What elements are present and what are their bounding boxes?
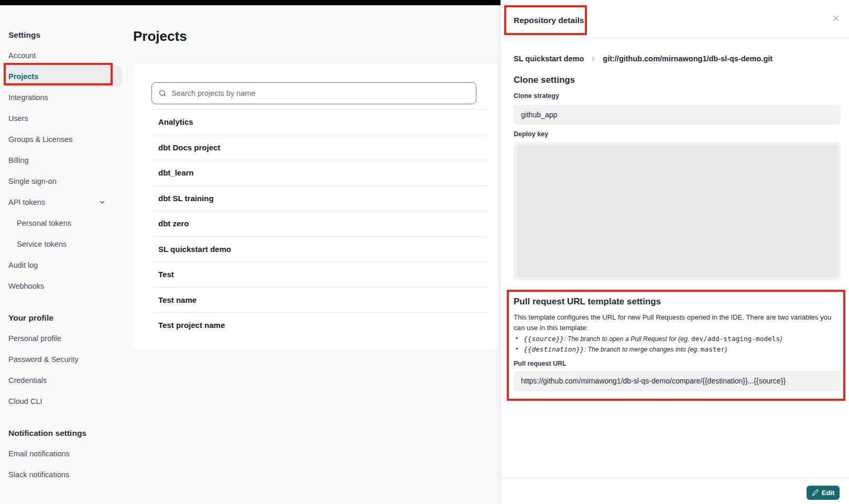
variable-example: master bbox=[701, 345, 725, 353]
pr-template-description: This template configures the URL for new… bbox=[514, 312, 833, 333]
pr-template-variable-bullet: {{source}}: The branch to open a Pull Re… bbox=[515, 334, 829, 344]
sidebar-item[interactable]: Billing bbox=[0, 150, 118, 171]
close-icon bbox=[831, 14, 841, 25]
search-icon bbox=[158, 89, 167, 97]
page-title: Projects bbox=[133, 27, 187, 45]
breadcrumb-repo-url: git://github.com/mirnawong1/db-sl-qs-dem… bbox=[603, 54, 772, 63]
sidebar-item[interactable]: Personal tokens bbox=[0, 213, 118, 234]
sidebar-item[interactable]: Cloud CLI bbox=[0, 391, 118, 412]
variable-suffix: ) bbox=[725, 346, 727, 353]
sidebar-item[interactable]: Webhooks bbox=[0, 276, 118, 297]
sidebar-item-label: Email notifications bbox=[8, 450, 70, 458]
sidebar-item-label: Single sign-on bbox=[8, 177, 57, 185]
deploy-key-box bbox=[514, 142, 841, 280]
variable-example: dev/add-staging-models bbox=[691, 335, 780, 343]
variable-description: : The branch to merge changes into (eg. bbox=[584, 346, 701, 353]
sidebar-item-label: Webhooks bbox=[8, 282, 44, 290]
project-list-item[interactable]: dbt SL training bbox=[151, 185, 488, 211]
sidebar-item[interactable]: Slack notifications bbox=[0, 464, 118, 485]
variable-description: : The branch to open a Pull Request for … bbox=[564, 335, 691, 343]
variable-code: {{source}} bbox=[524, 335, 564, 343]
close-panel-button[interactable] bbox=[830, 13, 842, 25]
variable-code: {{destination}} bbox=[524, 345, 584, 353]
project-list-item[interactable]: Test name bbox=[151, 287, 488, 313]
project-list-item[interactable]: SL quickstart demo bbox=[151, 236, 488, 262]
clone-settings-heading: Clone settings bbox=[514, 75, 575, 85]
edit-button-label: Edit bbox=[822, 489, 835, 497]
sidebar-item-label: Credentials bbox=[8, 376, 47, 385]
sidebar-item-label: Personal tokens bbox=[17, 219, 71, 227]
settings-sidebar: Settings Account Projects Integrations U… bbox=[0, 5, 130, 504]
deploy-key-redacted-value bbox=[517, 145, 837, 277]
sidebar-section-header: Settings bbox=[0, 25, 130, 45]
panel-footer: Edit bbox=[501, 478, 849, 504]
sidebar-item[interactable]: Email notifications bbox=[0, 443, 118, 464]
breadcrumb-chevron-icon bbox=[590, 56, 596, 62]
pull-request-url-value: https://github.com/mirnawong1/db-sl-qs-d… bbox=[514, 371, 841, 391]
sidebar-item-label: API tokens bbox=[8, 198, 45, 206]
sidebar-item[interactable]: Personal profile bbox=[0, 328, 118, 349]
sidebar-item-label: Users bbox=[8, 114, 28, 123]
deploy-key-label: Deploy key bbox=[514, 130, 548, 138]
project-search-box[interactable] bbox=[151, 82, 476, 104]
pencil-icon bbox=[812, 489, 819, 496]
panel-title: Repository details bbox=[514, 16, 584, 25]
pull-request-url-label: Pull request URL bbox=[514, 360, 567, 367]
sidebar-item[interactable]: Password & Security bbox=[0, 349, 118, 370]
top-black-bar bbox=[0, 0, 500, 5]
sidebar-section-header: Your profile bbox=[0, 308, 130, 328]
pr-template-variable-bullet: {{destination}}: The branch to merge cha… bbox=[515, 344, 829, 355]
project-list-item[interactable]: Test project name bbox=[151, 312, 488, 338]
project-list-item[interactable]: dbt_learn bbox=[151, 160, 488, 185]
sidebar-item[interactable]: Single sign-on bbox=[0, 171, 118, 192]
repository-details-panel: Repository details SL quickstart demo gi… bbox=[500, 0, 849, 504]
sidebar-item[interactable]: Account bbox=[0, 45, 118, 66]
sidebar-item[interactable]: Groups & Licenses bbox=[0, 129, 118, 150]
clone-strategy-value: github_app bbox=[514, 105, 841, 125]
sidebar-item[interactable]: API tokens bbox=[0, 192, 118, 213]
sidebar-item-label: Projects bbox=[8, 72, 38, 81]
project-list: Analytics dbt Docs project dbt_learn dbt… bbox=[151, 109, 488, 338]
pr-template-heading: Pull request URL template settings bbox=[514, 297, 661, 307]
breadcrumb: SL quickstart demo git://github.com/mirn… bbox=[514, 54, 772, 63]
panel-header: Repository details bbox=[501, 0, 849, 38]
breadcrumb-project[interactable]: SL quickstart demo bbox=[514, 54, 584, 63]
projects-card: Analytics dbt Docs project dbt_learn dbt… bbox=[132, 63, 499, 351]
sidebar-item-label: Service tokens bbox=[17, 240, 67, 248]
sidebar-item[interactable]: Service tokens bbox=[0, 234, 118, 255]
sidebar-item-label: Billing bbox=[8, 156, 29, 165]
sidebar-item[interactable]: Credentials bbox=[0, 370, 118, 391]
sidebar-section-header: Notification settings bbox=[0, 423, 130, 443]
edit-button[interactable]: Edit bbox=[807, 486, 840, 500]
sidebar-item-label: Integrations bbox=[8, 93, 48, 102]
chevron-down-icon[interactable] bbox=[99, 199, 106, 206]
sidebar-item[interactable]: Audit log bbox=[0, 255, 118, 276]
sidebar-item-label: Audit log bbox=[8, 261, 38, 269]
sidebar-item[interactable]: Users bbox=[0, 108, 118, 129]
sidebar-item-label: Slack notifications bbox=[8, 470, 69, 479]
sidebar-item[interactable]: Integrations bbox=[0, 87, 118, 108]
project-list-item[interactable]: dbt zero bbox=[151, 211, 488, 236]
project-list-item[interactable]: Analytics bbox=[151, 109, 488, 135]
variable-suffix: ) bbox=[780, 335, 782, 343]
clone-strategy-label: Clone strategy bbox=[514, 92, 559, 100]
sidebar-item-label: Cloud CLI bbox=[8, 397, 42, 406]
search-input[interactable] bbox=[171, 89, 470, 97]
sidebar-item-label: Groups & Licenses bbox=[8, 135, 73, 144]
project-list-item[interactable]: dbt Docs project bbox=[151, 135, 488, 160]
project-list-item[interactable]: Test bbox=[151, 261, 488, 287]
sidebar-item-label: Personal profile bbox=[8, 334, 61, 343]
sidebar-item[interactable]: Projects bbox=[4, 66, 122, 87]
sidebar-item-label: Account bbox=[8, 51, 36, 60]
pr-template-variables: {{source}}: The branch to open a Pull Re… bbox=[515, 334, 829, 354]
sidebar-item-label: Password & Security bbox=[8, 355, 79, 364]
